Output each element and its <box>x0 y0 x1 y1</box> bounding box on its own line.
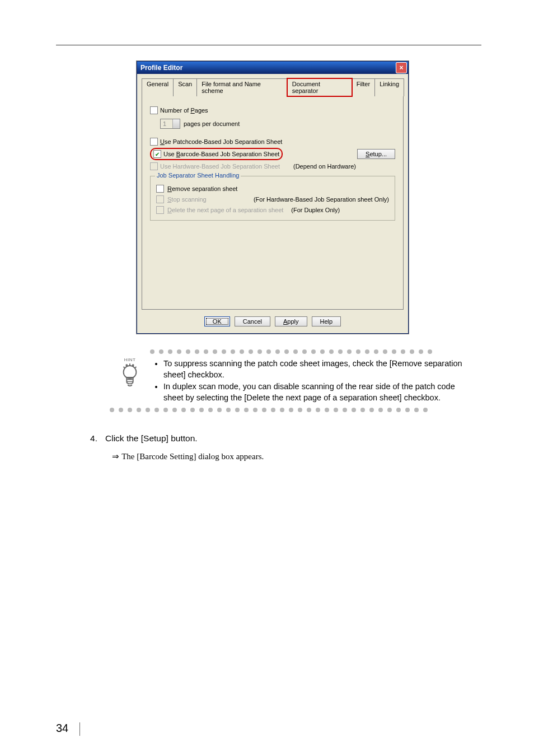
setup-button[interactable]: Setup... <box>357 149 395 159</box>
checkbox-remove-separation[interactable] <box>156 185 164 193</box>
dialog-button-bar: OK Cancel Apply Help <box>142 316 404 326</box>
checkbox-delete-next-page <box>156 206 164 214</box>
result-text: The [Barcode Setting] dialog box appears… <box>121 452 264 461</box>
apply-button[interactable]: Apply <box>275 316 307 326</box>
tab-file-format[interactable]: File format and Name scheme <box>196 78 288 96</box>
page-number: 34 <box>56 722 80 736</box>
hint-block: HINT To suppress scanning the patch code… <box>110 347 468 417</box>
hint-top-dots <box>150 349 468 354</box>
step-number: 4. <box>81 433 97 444</box>
label-number-of-pages: Number of Pages <box>160 107 208 114</box>
tab-linking[interactable]: Linking <box>374 78 404 96</box>
hint-label: HINT <box>124 357 136 362</box>
note-delete-next-page: (For Duplex Only) <box>291 207 340 213</box>
page-header-rule <box>56 45 481 45</box>
highlighted-barcode-option: Use Barcode-Based Job Separation Sheet <box>150 148 283 160</box>
tab-panel-document-separator: Number of Pages 1 pages per document Use… <box>142 96 404 310</box>
svg-point-5 <box>132 364 134 366</box>
cancel-button[interactable]: Cancel <box>235 316 270 326</box>
hint-item-1: To suppress scanning the patch code shee… <box>163 358 468 380</box>
label-pages-per-document: pages per document <box>184 120 240 127</box>
label-remove-separation: Remove separation sheet <box>167 185 237 192</box>
label-use-barcode: Use Barcode-Based Job Separation Sheet <box>163 151 279 157</box>
label-delete-next-page: Delete the next page of a separation she… <box>167 207 283 213</box>
label-stop-scanning: Stop scanning <box>167 196 207 203</box>
help-button[interactable]: Help <box>312 316 341 326</box>
checkbox-use-patchcode[interactable] <box>150 138 158 146</box>
lightbulb-icon <box>119 363 140 390</box>
checkbox-use-hardware <box>150 162 158 170</box>
tab-document-separator[interactable]: Document separator <box>287 78 352 96</box>
tab-scan[interactable]: Scan <box>173 78 197 96</box>
step-text: Click the [Setup] button. <box>105 433 198 444</box>
step-result: ⇒ The [Barcode Setting] dialog box appea… <box>112 451 489 461</box>
spinner-pages[interactable]: 1 <box>160 119 180 129</box>
dialog-titlebar: Profile Editor × <box>137 62 408 74</box>
dialog-tabs: General Scan File format and Name scheme… <box>142 78 404 96</box>
svg-line-3 <box>135 367 137 368</box>
checkbox-number-of-pages[interactable] <box>150 106 158 114</box>
svg-line-2 <box>124 367 125 368</box>
checkbox-use-barcode[interactable] <box>153 150 161 158</box>
hint-list: To suppress scanning the patch code shee… <box>150 358 468 403</box>
svg-point-0 <box>124 366 137 379</box>
step-4: 4. Click the [Setup] button. <box>81 433 489 444</box>
label-use-hardware: Use Hardware-Based Job Separation Sheet <box>160 163 280 170</box>
profile-editor-dialog: Profile Editor × General Scan File forma… <box>137 61 409 334</box>
dialog-title: Profile Editor <box>140 64 182 72</box>
note-stop-scanning: (For Hardware-Based Job Separation sheet… <box>254 196 389 203</box>
tab-filter[interactable]: Filter <box>352 78 375 96</box>
ok-button[interactable]: OK <box>204 316 230 326</box>
hint-item-2: In duplex scan mode, you can disable sca… <box>163 381 468 403</box>
svg-point-4 <box>125 364 128 366</box>
label-depend-hw: (Depend on Hardware) <box>293 163 356 170</box>
tab-general[interactable]: General <box>142 78 174 96</box>
label-use-patchcode: Use Patchcode-Based Job Separation Sheet <box>160 138 282 145</box>
checkbox-stop-scanning <box>156 195 164 203</box>
arrow-icon: ⇒ <box>112 451 121 461</box>
close-icon[interactable]: × <box>396 62 407 73</box>
groupbox-title: Job Separator Sheet Handling <box>155 172 241 179</box>
hint-bottom-dots <box>110 408 468 412</box>
groupbox-job-separator-handling: Job Separator Sheet Handling Remove sepa… <box>150 176 395 221</box>
